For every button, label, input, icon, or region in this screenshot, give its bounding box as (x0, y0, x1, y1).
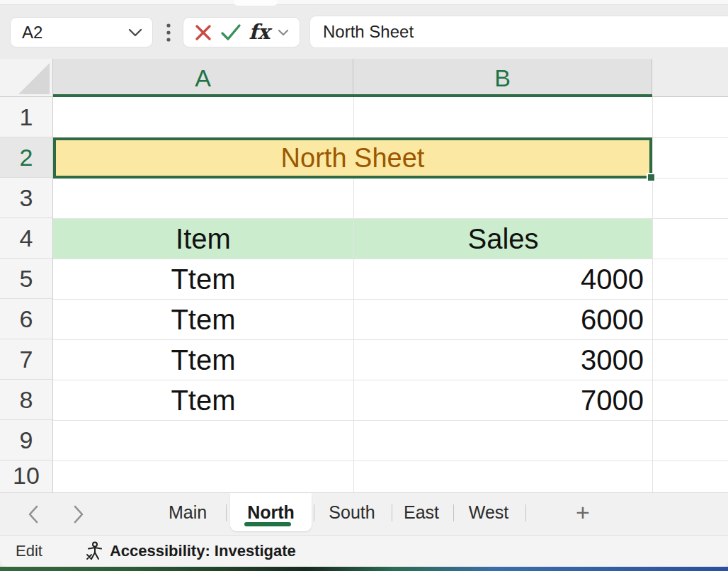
cell-b5[interactable]: 4000 (354, 259, 652, 299)
select-all-corner[interactable] (0, 59, 53, 97)
row-header-10[interactable]: 10 (0, 460, 52, 492)
spreadsheet-grid: A B 1 2 3 4 5 6 7 8 9 10 Item Sales (0, 59, 728, 492)
enter-check-icon[interactable] (220, 23, 241, 42)
select-all-triangle-icon (18, 63, 50, 94)
cell-mode-indicator[interactable]: Edit (16, 542, 42, 560)
gridline (53, 460, 728, 461)
column-header-a-label: A (195, 64, 211, 92)
kebab-menu-icon[interactable] (161, 17, 176, 47)
cancel-icon[interactable] (194, 23, 212, 42)
active-tab-underline (244, 522, 291, 526)
gridline (53, 420, 728, 421)
row-header-1[interactable]: 1 (0, 97, 52, 137)
column-header-filler (652, 59, 728, 97)
tab-divider (453, 504, 454, 521)
row-header-3[interactable]: 3 (0, 178, 52, 218)
tab-divider (226, 504, 227, 521)
insert-function-icon[interactable]: fx (249, 22, 270, 43)
row-header-2[interactable]: 2 (0, 137, 52, 178)
cell-a4[interactable]: Item (53, 219, 353, 259)
column-header-b-label: B (494, 64, 511, 92)
row-header-7[interactable]: 7 (0, 339, 52, 380)
tab-divider (392, 504, 392, 521)
accessibility-icon (84, 541, 103, 561)
ribbon-edge (0, 0, 728, 5)
fx-chevron-down-icon[interactable] (278, 29, 289, 36)
sheet-tab-main[interactable]: Main (161, 493, 214, 531)
row-header-8[interactable]: 8 (0, 380, 52, 420)
accessibility-label: Accessibility: Investigate (110, 542, 296, 560)
selected-columns-indicator (53, 94, 652, 97)
column-header-b[interactable]: B (353, 59, 652, 97)
row-header-4[interactable]: 4 (0, 218, 52, 259)
formula-controls: fx (183, 17, 300, 47)
cell-b8[interactable]: 7000 (354, 380, 652, 420)
status-bar: Edit Accessibility: Investigate (0, 535, 728, 567)
name-box[interactable]: A2 (10, 17, 153, 47)
tab-divider (525, 504, 526, 521)
add-sheet-button[interactable]: + (576, 493, 590, 531)
row-header-column: 1 2 3 4 5 6 7 8 9 10 (0, 97, 53, 492)
ribbon-remnant (234, 0, 278, 6)
sheet-tab-west[interactable]: West (462, 493, 516, 531)
excel-window: A2 fx North She (0, 0, 728, 571)
next-sheet-icon[interactable] (68, 503, 89, 526)
fill-handle[interactable] (647, 173, 656, 182)
cell-b4[interactable]: Sales (354, 219, 652, 259)
cell-a6[interactable]: Ttem (53, 300, 353, 339)
name-box-value: A2 (22, 23, 42, 43)
formula-bar-input[interactable]: North Sheet (309, 16, 728, 48)
formula-toolbar: A2 fx North She (0, 0, 728, 59)
row-header-5[interactable]: 5 (0, 259, 52, 299)
cell-b7[interactable]: 3000 (354, 340, 652, 380)
desktop-background-strip (0, 567, 728, 571)
row-header-6[interactable]: 6 (0, 299, 52, 339)
gridline (652, 97, 653, 492)
cell-b6[interactable]: 6000 (354, 300, 652, 339)
formula-bar-value: North Sheet (323, 22, 414, 42)
tab-divider (314, 504, 314, 521)
cell-a8[interactable]: Ttem (53, 380, 353, 420)
accessibility-status[interactable]: Accessibility: Investigate (84, 541, 296, 561)
cell-a5[interactable]: Ttem (53, 259, 353, 299)
sheet-tab-south[interactable]: South (322, 493, 382, 531)
chevron-down-icon[interactable] (128, 28, 142, 37)
cell-a7[interactable]: Ttem (53, 340, 353, 380)
title-cell-text: North Sheet (281, 143, 425, 174)
prev-sheet-icon[interactable] (23, 503, 44, 526)
sheet-tab-east[interactable]: East (397, 493, 446, 531)
column-header-a[interactable]: A (53, 59, 353, 97)
sheet-tab-bar: Main North South East West + (0, 492, 728, 535)
selected-cell-a2-merged[interactable]: North Sheet (53, 137, 652, 179)
row-header-9[interactable]: 9 (0, 420, 52, 460)
